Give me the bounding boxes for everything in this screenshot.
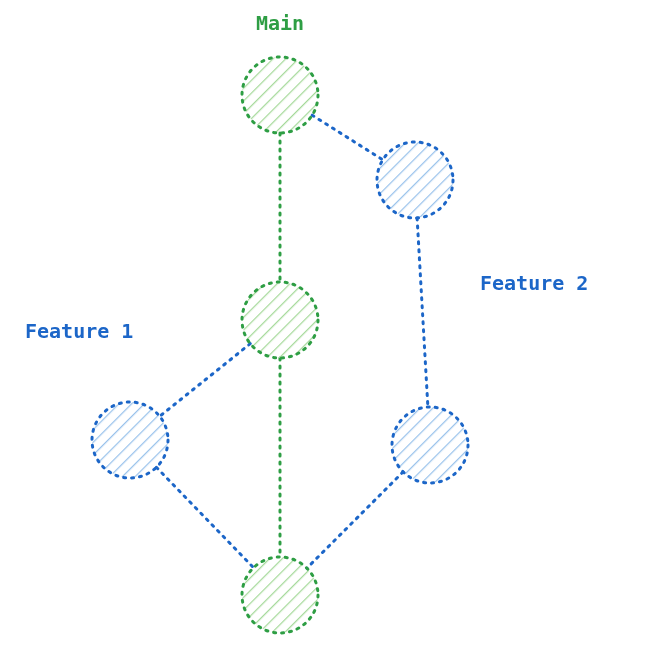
branch-edge (417, 218, 428, 407)
git-branch-diagram: Main Feature 1 Feature 2 (0, 0, 652, 662)
commit-node (92, 402, 168, 478)
branch-edge (307, 472, 403, 568)
main-branch-label: Main (256, 11, 304, 35)
commit-node (242, 57, 318, 133)
feature2-branch-label: Feature 2 (480, 271, 588, 295)
commit-node (242, 557, 318, 633)
branch-edge (156, 467, 253, 567)
branch-edge (160, 344, 251, 417)
commit-node (377, 142, 453, 218)
branch-edge (312, 115, 383, 160)
feature1-branch-label: Feature 1 (25, 319, 133, 343)
commit-node (242, 282, 318, 358)
commit-node (392, 407, 468, 483)
